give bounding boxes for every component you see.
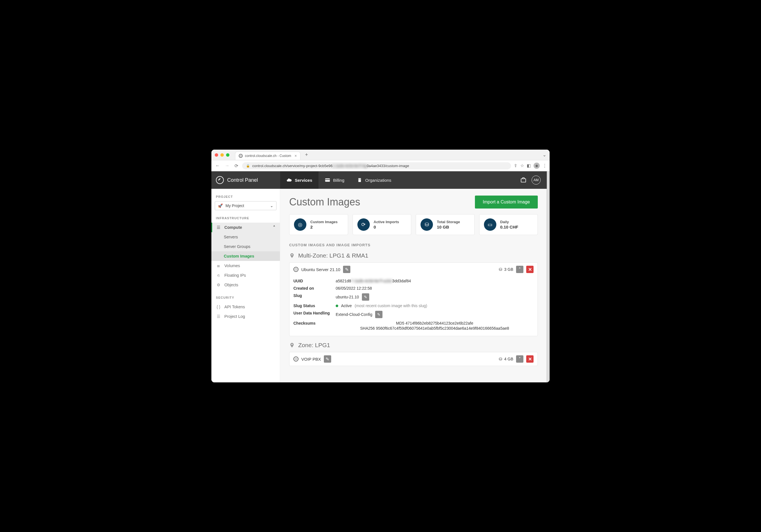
pin-icon bbox=[289, 342, 295, 348]
stat-active-imports: ⟳ Active Imports0 bbox=[353, 214, 412, 235]
svg-rect-5 bbox=[359, 180, 359, 180]
gauge-icon bbox=[216, 176, 224, 184]
sidebar: PROJECT 🚀 My Project ⌄ INFRASTRUCTURE ☰ … bbox=[211, 171, 280, 383]
page-title: Custom Images bbox=[289, 196, 360, 208]
sidebar-compute[interactable]: ☰ Compute ˄ bbox=[211, 223, 280, 232]
svg-rect-4 bbox=[360, 179, 361, 180]
network-icon: ⎋ bbox=[216, 273, 221, 277]
brand-label: Control Panel bbox=[227, 177, 258, 183]
nav-services[interactable]: Services bbox=[280, 171, 319, 189]
refresh-icon: ⟳ bbox=[357, 218, 370, 231]
address-bar[interactable]: 🔒 control.cloudscale.ch/service/my-proje… bbox=[242, 162, 511, 169]
chevron-up-icon: ˄ bbox=[273, 225, 275, 230]
section-security: SECURITY bbox=[211, 290, 280, 302]
brand[interactable]: Control Panel bbox=[211, 171, 280, 189]
edit-udh-button[interactable]: ✎ bbox=[375, 311, 382, 318]
forward-button[interactable]: → bbox=[224, 162, 231, 169]
expand-button[interactable]: ˅ bbox=[516, 355, 523, 363]
briefcase-icon[interactable] bbox=[520, 177, 526, 183]
edit-name-button[interactable]: ✎ bbox=[324, 355, 331, 363]
image-name: Ubuntu Server 21.10 bbox=[301, 267, 340, 272]
udh-value: Extend-Cloud-Config✎ bbox=[336, 311, 534, 318]
zone-title-lpg1: Zone: LPG1 bbox=[289, 342, 538, 349]
window-zoom[interactable] bbox=[226, 153, 229, 157]
pin-icon bbox=[289, 253, 295, 259]
back-button[interactable]: ← bbox=[214, 162, 221, 169]
favicon-icon bbox=[239, 154, 243, 158]
sidebar-servers[interactable]: Servers bbox=[211, 232, 280, 242]
db-icon: ⛁ bbox=[499, 267, 502, 272]
sidebar-custom-images[interactable]: Custom Images bbox=[211, 251, 280, 261]
sidepanel-icon[interactable]: ◧ bbox=[527, 163, 531, 168]
slug-value: ubuntu-21.10✎ bbox=[336, 293, 534, 301]
list-icon: ☰ bbox=[216, 314, 221, 319]
collapse-button[interactable]: ˄ bbox=[516, 266, 523, 273]
svg-rect-1 bbox=[325, 180, 330, 180]
tab-title: control.cloudscale.ch - Custom bbox=[245, 154, 291, 158]
sidebar-server-groups[interactable]: Server Groups bbox=[211, 242, 280, 251]
server-icon: ☰ bbox=[216, 225, 221, 230]
window-minimize[interactable] bbox=[220, 153, 224, 157]
sidebar-floating-ips[interactable]: ⎋Floating IPs bbox=[211, 270, 280, 280]
image-name: VOIP PBX bbox=[301, 357, 321, 362]
menu-icon[interactable]: ⋮ bbox=[543, 163, 547, 168]
braces-icon: { } bbox=[216, 305, 221, 309]
money-icon: ▭ bbox=[484, 218, 497, 231]
reload-button[interactable]: ⟳ bbox=[233, 162, 239, 170]
import-button[interactable]: Import a Custom Image bbox=[475, 196, 538, 208]
building-icon bbox=[357, 177, 363, 183]
section-project: PROJECT bbox=[211, 189, 280, 201]
sidebar-project-log[interactable]: ☰Project Log bbox=[211, 312, 280, 321]
edit-name-button[interactable]: ✎ bbox=[343, 266, 350, 273]
window-titlebar: control.cloudscale.ch - Custom × + ⌄ bbox=[211, 149, 550, 160]
delete-button[interactable]: ✕ bbox=[526, 266, 534, 273]
slug-status-value: Active(most recent custom image with thi… bbox=[336, 304, 534, 308]
sidebar-objects[interactable]: ⚙Objects bbox=[211, 280, 280, 290]
section-infrastructure: INFRASTRUCTURE bbox=[211, 210, 280, 223]
list-heading: CUSTOM IMAGES AND IMAGE IMPORTS bbox=[289, 243, 538, 247]
svg-rect-3 bbox=[359, 179, 359, 180]
svg-rect-7 bbox=[521, 179, 526, 182]
svg-rect-2 bbox=[358, 178, 361, 182]
nav-organizations[interactable]: Organizations bbox=[351, 171, 398, 189]
new-tab-button[interactable]: + bbox=[305, 152, 308, 158]
sidebar-api-tokens[interactable]: { }API Tokens bbox=[211, 302, 280, 312]
image-card-voip: VOIP PBX ✎ ⛁4 GB ˅ ✕ bbox=[289, 352, 538, 366]
card-icon bbox=[325, 177, 330, 183]
edit-slug-button[interactable]: ✎ bbox=[362, 293, 369, 301]
user-avatar[interactable]: AM bbox=[532, 176, 541, 185]
main-content: Custom Images Import a Custom Image ◎ Cu… bbox=[280, 171, 547, 383]
project-selector[interactable]: 🚀 My Project ⌄ bbox=[215, 201, 276, 210]
image-size: ⛁3 GB bbox=[499, 267, 513, 272]
rocket-icon: 🚀 bbox=[218, 204, 223, 208]
bookmark-icon[interactable]: ☆ bbox=[520, 163, 524, 168]
delete-button[interactable]: ✕ bbox=[526, 355, 534, 363]
window-close[interactable] bbox=[215, 153, 218, 157]
objects-icon: ⚙ bbox=[216, 283, 221, 287]
storage-icon: ⛁ bbox=[421, 218, 433, 231]
nav-billing[interactable]: Billing bbox=[319, 171, 351, 189]
zone-title-multi: Multi-Zone: LPG1 & RMA1 bbox=[289, 252, 538, 259]
checksums-value: MD5 4714f86b2eb8275b44123ce2e6b22afeSHA2… bbox=[336, 321, 534, 330]
sidebar-volumes[interactable]: ≣Volumes bbox=[211, 261, 280, 270]
profile-icon[interactable]: ◉ bbox=[534, 163, 540, 169]
image-icon bbox=[293, 267, 299, 272]
stat-custom-images: ◎ Custom Images2 bbox=[289, 214, 348, 235]
status-dot-icon bbox=[336, 305, 338, 307]
cloud-icon bbox=[286, 177, 292, 183]
app-header: Control Panel Services Billing Organizat… bbox=[211, 171, 547, 189]
image-size: ⛁4 GB bbox=[499, 357, 513, 361]
image-card-ubuntu: Ubuntu Server 21.10 ✎ ⛁3 GB ˄ ✕ UUIDa582… bbox=[289, 262, 538, 336]
stat-daily: ▭ Daily0.10 CHF bbox=[479, 214, 538, 235]
svg-rect-6 bbox=[360, 180, 361, 180]
close-tab-icon[interactable]: × bbox=[295, 153, 297, 158]
disc-icon: ◎ bbox=[294, 218, 306, 231]
browser-tab[interactable]: control.cloudscale.ch - Custom × bbox=[235, 151, 300, 160]
share-icon[interactable]: ⇪ bbox=[514, 163, 517, 168]
browser-toolbar: ← → ⟳ 🔒 control.cloudscale.ch/service/my… bbox=[211, 160, 550, 171]
url: control.cloudscale.ch/service/my-project… bbox=[252, 164, 409, 168]
uuid-value: a5821d87-2a3b-4c5d-6e7f-a1b23dd3daf84 bbox=[336, 279, 534, 283]
tabs-menu-icon[interactable]: ⌄ bbox=[543, 152, 546, 157]
created-value: 06/05/2022 12:22:58 bbox=[336, 286, 534, 290]
db-icon: ⛁ bbox=[499, 357, 502, 361]
